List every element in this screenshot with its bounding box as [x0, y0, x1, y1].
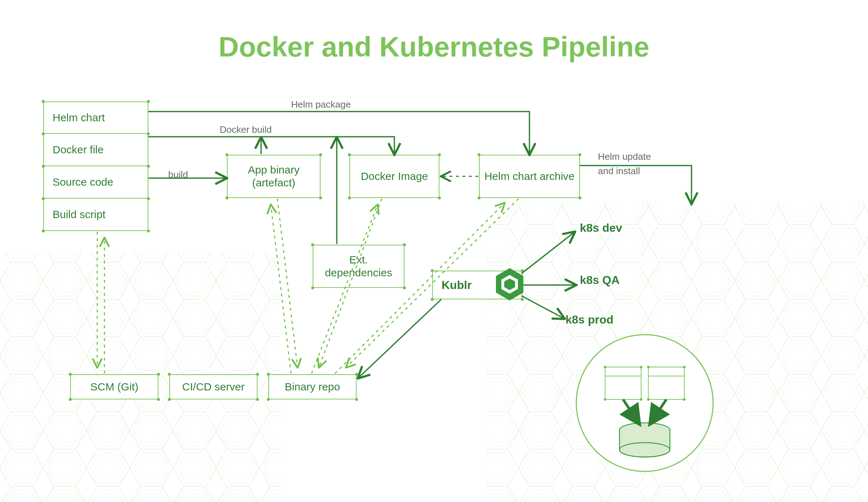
stack-source-code-label: Source code	[53, 176, 113, 188]
stack-helm-chart: Helm chart	[43, 101, 148, 134]
svg-line-39	[312, 205, 377, 374]
k8s-qa-label: k8s QA	[580, 273, 619, 287]
svg-line-43	[522, 296, 564, 318]
node-cicd-label: CI/CD server	[182, 381, 245, 393]
svg-point-25	[683, 366, 686, 368]
k8s-dev-label: k8s dev	[580, 221, 622, 235]
svg-point-23	[640, 398, 643, 401]
node-ext-dependencies-label: Ext. dependencies	[318, 253, 399, 279]
svg-line-42	[522, 232, 574, 273]
svg-point-22	[604, 398, 607, 401]
stack-docker-file: Docker file	[43, 134, 148, 166]
page-title: Docker and Kubernetes Pipeline	[0, 31, 868, 63]
node-scm: SCM (Git)	[70, 374, 158, 399]
node-binary-repo: Binary repo	[268, 374, 357, 399]
svg-point-21	[640, 366, 643, 368]
node-scm-label: SCM (Git)	[90, 381, 138, 393]
stack-source-code: Source code	[43, 166, 148, 199]
node-app-binary: App binary (artefact)	[227, 155, 321, 198]
connectors	[0, 0, 868, 502]
edge-label-build: build	[168, 169, 188, 180]
node-ext-dependencies: Ext. dependencies	[313, 245, 404, 288]
stack-build-script-label: Build script	[53, 208, 106, 221]
svg-rect-9	[605, 367, 641, 399]
node-binary-repo-label: Binary repo	[285, 381, 340, 393]
node-helm-chart-archive: Helm chart archive	[479, 155, 580, 198]
edge-label-helm-update: Helm update	[598, 151, 651, 162]
node-helm-chart-archive-label: Helm chart archive	[484, 170, 574, 183]
node-kublr-label: Kublr	[442, 279, 472, 292]
edge-label-docker-build: Docker build	[220, 124, 272, 135]
edge-label-and-install: and install	[598, 166, 640, 177]
svg-point-20	[604, 366, 607, 368]
edge-label-helm-package: Helm package	[291, 99, 351, 110]
background-hex-pattern	[0, 0, 868, 502]
svg-rect-11	[648, 367, 684, 399]
node-app-binary-label: App binary (artefact)	[232, 163, 316, 189]
node-docker-image-label: Docker Image	[361, 170, 428, 183]
k8s-app-circle	[573, 331, 717, 475]
stack-build-script: Build script	[43, 199, 148, 231]
svg-line-40	[358, 299, 441, 378]
svg-line-35	[271, 205, 291, 374]
svg-point-26	[647, 398, 650, 401]
node-docker-image: Docker Image	[349, 155, 439, 198]
svg-point-24	[647, 366, 650, 368]
node-cicd: CI/CD server	[169, 374, 258, 399]
diagram-canvas: Docker and Kubernetes Pipeline Helm char…	[0, 0, 868, 502]
k8s-prod-label: k8s prod	[565, 313, 613, 326]
svg-line-34	[277, 199, 297, 367]
svg-point-27	[683, 398, 686, 401]
kublr-hex-icon	[493, 266, 526, 302]
stack-docker-file-label: Docker file	[53, 144, 104, 156]
stack-helm-chart-label: Helm chart	[53, 112, 105, 124]
